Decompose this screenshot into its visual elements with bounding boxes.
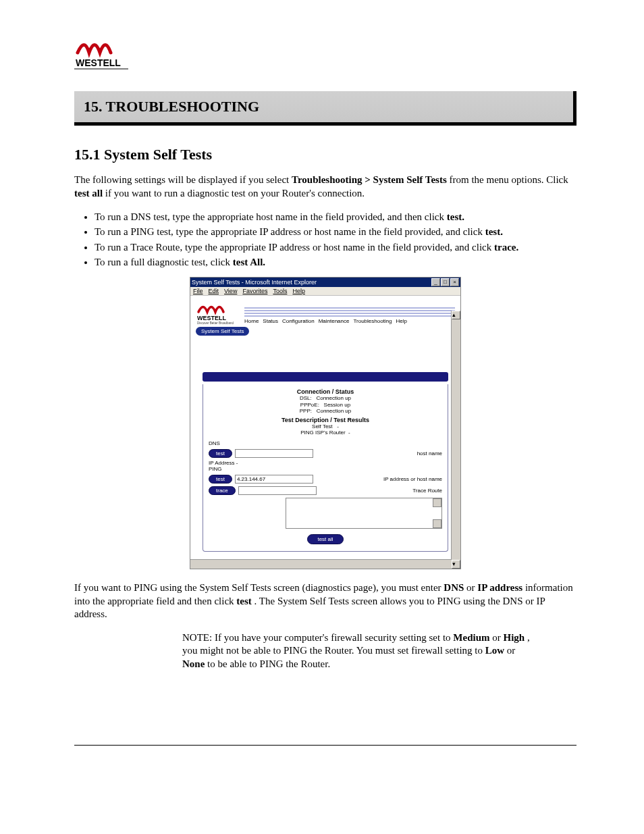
ping-label: PING xyxy=(209,466,442,472)
result-row-selftest: Self Test - xyxy=(209,423,442,430)
ping-ip-input[interactable] xyxy=(235,475,313,484)
maximize-icon[interactable]: □ xyxy=(441,278,450,286)
subsection-title: 15.1 System Self Tests xyxy=(74,146,576,163)
intro-testall: test all xyxy=(74,188,103,199)
window-titlebar: System Self Tests - Microsoft Internet E… xyxy=(190,278,460,287)
trace-button[interactable]: trace xyxy=(209,486,236,495)
note-text: to be able to PING the Router. xyxy=(207,658,330,669)
bullet-bold: test. xyxy=(485,226,503,237)
result-value: - xyxy=(348,429,350,436)
ping-test-row: test IP address or host name xyxy=(209,475,442,484)
dns-hostname-input[interactable] xyxy=(235,449,313,458)
result-row-pingisp: PING ISP's Router - xyxy=(209,429,442,436)
test-results-heading: Test Description / Test Results xyxy=(209,417,442,423)
intro-text2: from the menu options. Click xyxy=(449,174,568,185)
decorative-stripes xyxy=(244,307,455,317)
nav-maintenance[interactable]: Maintenance xyxy=(319,318,350,324)
bullet-bold: trace. xyxy=(494,242,518,253)
intro-text3: if you want to run a diagnostic test on … xyxy=(105,188,365,199)
note-bold-medium: Medium xyxy=(453,632,489,643)
note-text: or xyxy=(492,632,503,643)
menu-tools[interactable]: Tools xyxy=(273,288,287,294)
intro-text: The following settings will be displayed… xyxy=(74,174,292,185)
bullet-testall: To run a full diagnostic test, click tes… xyxy=(95,255,576,269)
status-value: Connection up xyxy=(316,395,351,401)
tab-system-self-tests[interactable]: System Self Tests xyxy=(196,327,249,336)
status-row-dsl: DSL: Connection up xyxy=(209,395,442,402)
bullet-trace: To run a Trace Route, type the appropria… xyxy=(95,240,576,254)
menu-edit[interactable]: Edit xyxy=(209,288,219,294)
diagnostics-panel: Connection / Status DSL: Connection up P… xyxy=(203,384,448,552)
dns-hint: host name xyxy=(417,450,442,457)
menu-favorites[interactable]: Favorites xyxy=(242,288,267,294)
scroll-up-icon[interactable] xyxy=(433,498,441,507)
dns-test-button[interactable]: test xyxy=(209,449,232,458)
westell-logo-icon: WESTELL Discover Better Broadband xyxy=(196,300,238,324)
bullet-ping: To run a PING test, type the appropriate… xyxy=(95,225,576,238)
status-value: Session up xyxy=(324,402,351,408)
scrollbar-horizontal[interactable] xyxy=(190,559,452,569)
menu-file[interactable]: File xyxy=(193,288,203,294)
embedded-screenshot: System Self Tests - Microsoft Internet E… xyxy=(190,277,461,569)
dns-label: DNS xyxy=(209,440,442,446)
ping-hint: IP address or host name xyxy=(383,476,442,482)
svg-text:WESTELL: WESTELL xyxy=(197,315,226,321)
bullet-bold: test. xyxy=(447,211,464,222)
nav-status[interactable]: Status xyxy=(263,318,278,324)
westell-logo: WESTELL xyxy=(74,34,576,71)
scroll-up-icon[interactable]: ▴ xyxy=(452,311,460,319)
minimize-icon[interactable]: _ xyxy=(431,278,440,286)
ping-test-button[interactable]: test xyxy=(209,475,232,484)
window-title: System Self Tests - Microsoft Internet E… xyxy=(192,279,317,286)
bullet-list: To run a DNS test, type the appropriate … xyxy=(95,210,576,269)
status-row-pppoe: PPPoE: Session up xyxy=(209,402,442,409)
note-ping: If you want to PING using the System Sel… xyxy=(74,581,576,621)
panel-header-bar xyxy=(203,372,448,382)
bullet-dns: To run a DNS test, type the appropriate … xyxy=(95,210,576,224)
close-icon[interactable]: × xyxy=(450,278,459,286)
note-bold-low: Low xyxy=(485,645,504,656)
note-bold-ip: IP address xyxy=(477,582,522,593)
trace-output-box xyxy=(286,498,442,529)
status-key: PPP: xyxy=(300,408,312,414)
menu-view[interactable]: View xyxy=(224,288,237,294)
bullet-text: To run a DNS test, type the appropriate … xyxy=(95,211,447,222)
note-text: or xyxy=(507,645,516,656)
scrollbar-vertical[interactable]: ▴ ▾ xyxy=(451,311,460,569)
footer-rule xyxy=(74,745,576,746)
status-value: Connection up xyxy=(317,408,352,414)
note-bold-none: None xyxy=(182,658,205,669)
note-firewall: NOTE: If you have your computer's firewa… xyxy=(182,631,536,671)
result-key: Self Test xyxy=(312,423,333,429)
nav-troubleshooting[interactable]: Troubleshooting xyxy=(353,318,392,324)
bullet-text: To run a full diagnostic test, click xyxy=(95,257,233,267)
scroll-down-icon[interactable] xyxy=(433,519,441,528)
bullet-text: To run a PING test, type the appropriate… xyxy=(95,226,485,237)
trace-hint: Trace Route xyxy=(412,488,442,494)
tagline: Discover Better Broadband xyxy=(197,321,234,324)
status-key: DSL: xyxy=(300,395,312,401)
ie-menu-bar: File Edit View Favorites Tools Help xyxy=(190,287,460,296)
trace-row: trace Trace Route xyxy=(209,486,442,495)
status-key: PPPoE: xyxy=(300,402,319,408)
nav-help[interactable]: Help xyxy=(396,318,407,324)
trace-ip-input[interactable] xyxy=(238,486,317,495)
note-text: NOTE: If you have your computer's firewa… xyxy=(182,632,453,643)
westell-logo-icon: WESTELL xyxy=(74,34,128,71)
note-bold-dns: DNS xyxy=(444,582,464,593)
intro-breadcrumb: Troubleshooting > System Self Tests xyxy=(292,174,447,185)
section-banner: 15. TROUBLESHOOTING xyxy=(74,91,576,126)
section-banner-title: 15. TROUBLESHOOTING xyxy=(84,98,564,115)
intro-paragraph: The following settings will be displayed… xyxy=(74,174,576,200)
result-key: PING ISP's Router xyxy=(300,429,345,436)
svg-text:WESTELL: WESTELL xyxy=(76,57,121,68)
menu-help[interactable]: Help xyxy=(292,288,305,294)
scroll-down-icon[interactable]: ▾ xyxy=(452,560,460,569)
dns-test-row: test host name xyxy=(209,449,442,458)
test-all-button[interactable]: test all xyxy=(307,534,343,544)
nav-configuration[interactable]: Configuration xyxy=(282,318,315,324)
router-nav: Home Status Configuration Maintenance Tr… xyxy=(244,318,455,324)
ipaddress-label: IP Address - xyxy=(209,460,442,466)
result-value: - xyxy=(337,423,339,429)
nav-home[interactable]: Home xyxy=(244,318,259,324)
